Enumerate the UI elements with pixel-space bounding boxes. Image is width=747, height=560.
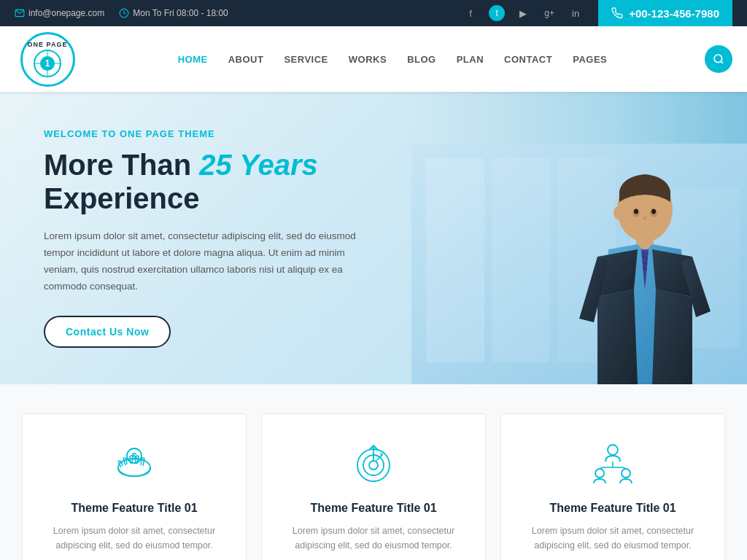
hero-description: Lorem ipsum dolor sit amet, consectetur … [44,228,365,295]
hero-title: More Than 25 Years Experience [44,148,365,215]
feature-card-3: Theme Feature Title 01 Lorem ipsum dolor… [500,413,725,560]
svg-rect-5 [426,158,484,362]
hero-title-part2: Experience [44,182,199,214]
svg-text:$: $ [131,451,137,462]
email-info: info@onepage.com [15,8,104,18]
svg-line-33 [600,467,603,469]
logo-circle: ONE PAGE 1 [20,32,75,87]
twitter-link[interactable]: t [489,5,505,21]
svg-point-32 [622,469,630,478]
nav-links: HOME ABOUT SERVICE WORKS BLOG PLAN CONTA… [80,54,705,65]
feature-desc-3: Lorem ipsum dolor sit amet, consectetur … [519,524,706,553]
hours-text: Mon To Fri 08:00 - 18:00 [133,8,228,18]
logo-number: 1 [40,56,55,71]
top-bar-left: info@onepage.com Mon To Fri 08:00 - 18:0… [15,8,462,18]
feature-icon-3 [519,440,706,487]
google-plus-link[interactable]: g+ [541,5,557,21]
hero-content: WELCOME TO ONE PAGE THEME More Than 25 Y… [0,92,409,384]
svg-point-16 [634,209,638,214]
feature-title-2: Theme Feature Title 01 [280,502,467,515]
hero-title-highlight: 25 Years [199,149,317,181]
hero-person-svg [411,144,747,384]
logo[interactable]: ONE PAGE 1 [15,26,80,92]
feature-icon-2 [280,440,467,487]
svg-point-17 [651,209,656,214]
features-section: $ Theme Feature Title 01 Lorem ipsum dol… [0,384,747,560]
svg-point-31 [595,469,604,478]
facebook-link[interactable]: f [462,5,479,21]
team-icon [589,440,637,487]
svg-line-3 [721,61,723,63]
feature-card-1: $ Theme Feature Title 01 Lorem ipsum dol… [22,413,247,560]
nav-service[interactable]: SERVICE [284,54,328,65]
hours-info: Mon To Fri 08:00 - 18:00 [119,8,228,18]
nav-contact[interactable]: CONTACT [504,54,552,65]
email-text: info@onepage.com [28,8,104,18]
nav-pages[interactable]: PAGES [573,54,607,65]
search-button[interactable] [705,45,732,73]
contact-us-button[interactable]: Contact Us Now [44,316,171,348]
feature-card-2: Theme Feature Title 01 Lorem ipsum dolor… [261,413,486,560]
phone-number: +00-123-456-7980 [629,7,719,20]
feature-title-1: Theme Feature Title 01 [41,502,228,515]
nav-works[interactable]: WORKS [349,54,387,65]
logo-inner: 1 [34,50,61,77]
navbar: ONE PAGE 1 HOME ABOUT SERVICE WORKS BLOG… [0,26,747,92]
feature-desc-2: Lorem ipsum dolor sit amet, consectetur … [280,524,467,553]
svg-point-24 [369,461,378,470]
svg-line-34 [623,467,626,469]
hero-section: WELCOME TO ONE PAGE THEME More Than 25 Y… [0,92,747,384]
nav-home[interactable]: HOME [178,54,208,65]
linkedin-link[interactable]: in [568,5,584,21]
target-icon [350,440,398,487]
nav-blog[interactable]: BLOG [407,54,436,65]
feature-desc-1: Lorem ipsum dolor sit amet, consectetur … [41,524,228,553]
hero-image [411,92,747,384]
money-hand-icon: $ [111,440,158,487]
social-links: f t ▶ g+ in [462,5,584,21]
svg-rect-6 [492,158,550,362]
nav-plan[interactable]: PLAN [457,54,484,65]
svg-point-27 [608,445,618,455]
phone-bar[interactable]: +00-123-456-7980 [598,0,732,26]
youtube-link[interactable]: ▶ [515,5,531,21]
top-bar: info@onepage.com Mon To Fri 08:00 - 18:0… [0,0,747,26]
svg-point-18 [614,206,622,219]
feature-title-3: Theme Feature Title 01 [519,502,706,515]
hero-subtitle: WELCOME TO ONE PAGE THEME [44,128,365,139]
logo-text: ONE PAGE [28,41,68,48]
hero-title-part1: More Than [44,149,199,181]
nav-about[interactable]: ABOUT [228,54,264,65]
svg-point-2 [714,55,722,63]
feature-icon-1: $ [41,440,228,487]
